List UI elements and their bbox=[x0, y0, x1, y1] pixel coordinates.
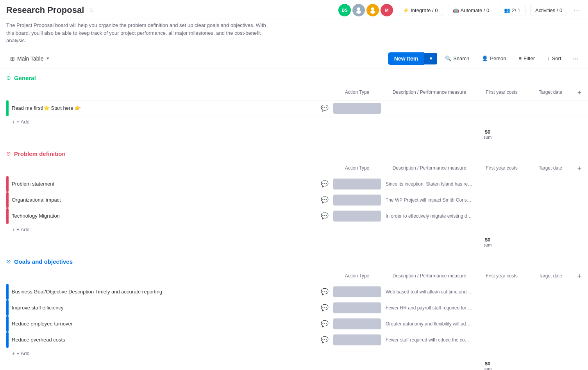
avatar-3[interactable] bbox=[366, 4, 379, 16]
table-row[interactable]: Organizational impact 💬 The WP Project w… bbox=[6, 192, 588, 208]
add-row-goals_objectives[interactable]: ++ Add bbox=[9, 348, 588, 359]
members-button[interactable]: 👥 2/ 1 bbox=[499, 5, 525, 16]
new-item-dropdown-button[interactable]: ▼ bbox=[424, 53, 437, 64]
row-chat-icon[interactable]: 💬 bbox=[318, 104, 332, 112]
add-row-label: + Add bbox=[16, 227, 30, 232]
sum-cell: $0 sum bbox=[462, 129, 513, 139]
row-first-year-costs[interactable] bbox=[476, 181, 527, 187]
avatar-m[interactable]: M bbox=[381, 4, 393, 16]
chevron-down-icon: ▼ bbox=[46, 56, 50, 61]
group-title-goals_objectives[interactable]: Goals and objectives bbox=[14, 258, 73, 265]
row-chat-icon[interactable]: 💬 bbox=[318, 288, 332, 295]
action-type-pill bbox=[333, 318, 381, 329]
row-target-date[interactable] bbox=[527, 321, 574, 327]
group-title-problem_definition[interactable]: Problem definition bbox=[14, 150, 66, 157]
row-name[interactable]: Business Goal/Objective Description Time… bbox=[9, 286, 318, 298]
row-first-year-costs[interactable] bbox=[476, 289, 527, 295]
row-name[interactable]: Improve staff efficiency bbox=[9, 302, 318, 314]
new-item-button[interactable]: New Item ▼ bbox=[388, 52, 437, 65]
col-add[interactable]: ＋ bbox=[574, 87, 588, 98]
filter-icon: ≡ bbox=[519, 55, 522, 61]
sum-cell: $0 sum bbox=[462, 361, 513, 370]
col-first-year: First year costs bbox=[476, 89, 527, 95]
row-first-year-costs[interactable] bbox=[476, 305, 527, 311]
row-action-type[interactable] bbox=[332, 101, 382, 115]
add-column-button[interactable]: ＋ bbox=[574, 163, 585, 173]
add-row-label: + Add bbox=[16, 350, 30, 356]
row-first-year-costs[interactable] bbox=[476, 105, 527, 111]
row-chat-icon[interactable]: 💬 bbox=[318, 320, 332, 327]
row-action-type[interactable] bbox=[332, 333, 382, 347]
table-row[interactable]: Read me first!⭐ Start here 👉 💬 bbox=[6, 100, 588, 116]
group-toggle-general[interactable]: ⊙ bbox=[6, 75, 11, 81]
table-row[interactable]: Problem statement 💬 Since its inception,… bbox=[6, 176, 588, 192]
add-column-button[interactable]: ＋ bbox=[574, 270, 585, 281]
add-column-button[interactable]: ＋ bbox=[574, 87, 585, 98]
activities-button[interactable]: Activities / 0 bbox=[530, 5, 567, 16]
row-action-type[interactable] bbox=[332, 285, 382, 299]
group-toggle-goals_objectives[interactable]: ⊙ bbox=[6, 258, 11, 265]
row-first-year-costs[interactable] bbox=[476, 197, 527, 203]
table-row[interactable]: Technology Migration 💬 In order to effec… bbox=[6, 208, 588, 224]
row-first-year-costs[interactable] bbox=[476, 337, 527, 343]
add-row-icon: + bbox=[12, 119, 15, 125]
row-chat-icon[interactable]: 💬 bbox=[318, 304, 332, 311]
row-chat-icon[interactable]: 💬 bbox=[318, 336, 332, 343]
row-action-type[interactable] bbox=[332, 193, 382, 207]
main-table-button[interactable]: ⊞ Main Table ▼ bbox=[6, 53, 54, 64]
col-description: Description / Performance measure bbox=[382, 273, 476, 279]
row-target-date[interactable] bbox=[527, 337, 574, 343]
group-toggle-problem_definition[interactable]: ⊙ bbox=[6, 150, 11, 157]
col-add[interactable]: ＋ bbox=[574, 270, 588, 281]
integrate-button[interactable]: ⚡ Integrate / 0 bbox=[398, 5, 443, 16]
filter-button[interactable]: ≡ Filter bbox=[514, 53, 540, 64]
row-name[interactable]: Organizational impact bbox=[9, 194, 318, 206]
avatar-2[interactable] bbox=[352, 4, 365, 16]
avatar-bs[interactable]: BS bbox=[338, 4, 351, 16]
row-name[interactable]: Reduce employee turnover bbox=[9, 318, 318, 330]
row-description: Fewer staff required will reduce the com… bbox=[382, 334, 476, 346]
column-headers-goals_objectives: Action Type Description / Performance me… bbox=[16, 268, 588, 284]
row-chat-icon[interactable]: 💬 bbox=[318, 212, 332, 220]
sort-button[interactable]: ↕ Sort bbox=[543, 53, 566, 64]
table-row[interactable]: Business Goal/Objective Description Time… bbox=[6, 284, 588, 300]
row-first-year-costs[interactable] bbox=[476, 321, 527, 327]
row-name[interactable]: Problem statement bbox=[9, 178, 318, 190]
new-item-main-button[interactable]: New Item bbox=[388, 52, 424, 65]
row-chat-icon[interactable]: 💬 bbox=[318, 196, 332, 204]
row-description: Greater autonomy and flexibility will ad… bbox=[382, 318, 476, 330]
search-button[interactable]: 🔍 Search bbox=[440, 53, 474, 64]
row-action-type[interactable] bbox=[332, 177, 382, 191]
row-action-type[interactable] bbox=[332, 317, 382, 331]
table-row[interactable]: Reduce employee turnover 💬 Greater auton… bbox=[6, 316, 588, 332]
row-target-date[interactable] bbox=[527, 213, 574, 219]
col-add[interactable]: ＋ bbox=[574, 163, 588, 173]
row-name[interactable]: Reduce overhead costs bbox=[9, 334, 318, 346]
row-target-date[interactable] bbox=[527, 197, 574, 203]
search-label: Search bbox=[453, 55, 469, 61]
row-name[interactable]: Read me first!⭐ Start here 👉 bbox=[9, 102, 318, 114]
add-row-general[interactable]: ++ Add bbox=[9, 116, 588, 127]
col-first-year: First year costs bbox=[476, 165, 527, 171]
row-description: Fewer HR and payroll staff required for … bbox=[382, 302, 476, 314]
group-title-general[interactable]: General bbox=[14, 75, 36, 81]
row-target-date[interactable] bbox=[527, 305, 574, 311]
row-target-date[interactable] bbox=[527, 289, 574, 295]
row-first-year-costs[interactable] bbox=[476, 213, 527, 219]
action-type-pill bbox=[333, 302, 381, 313]
toolbar-more-button[interactable]: ··· bbox=[569, 52, 582, 64]
star-icon[interactable]: ☆ bbox=[89, 7, 94, 14]
row-chat-icon[interactable]: 💬 bbox=[318, 180, 332, 188]
add-row-problem_definition[interactable]: ++ Add bbox=[9, 224, 588, 235]
automate-button[interactable]: 🤖 Automate / 0 bbox=[448, 5, 495, 16]
person-button[interactable]: 👤 Person bbox=[477, 53, 511, 64]
toolbar: ⊞ Main Table ▼ New Item ▼ 🔍 Search 👤 Per… bbox=[0, 49, 588, 68]
row-target-date[interactable] bbox=[527, 105, 574, 111]
table-row[interactable]: Reduce overhead costs 💬 Fewer staff requ… bbox=[6, 332, 588, 348]
table-row[interactable]: Improve staff efficiency 💬 Fewer HR and … bbox=[6, 300, 588, 316]
header-more-button[interactable]: ··· bbox=[572, 4, 582, 16]
row-target-date[interactable] bbox=[527, 181, 574, 187]
row-name[interactable]: Technology Migration bbox=[9, 210, 318, 222]
row-action-type[interactable] bbox=[332, 209, 382, 223]
row-action-type[interactable] bbox=[332, 301, 382, 315]
